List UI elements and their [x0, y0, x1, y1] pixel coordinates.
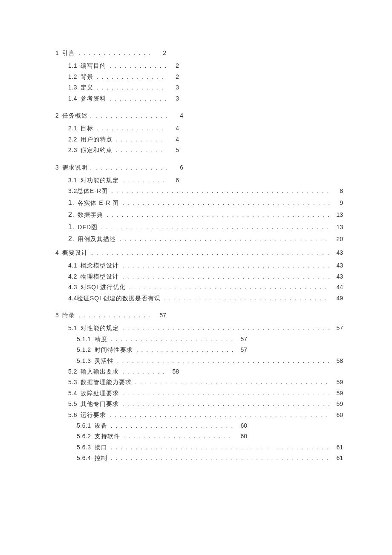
- toc-entry-page: 57: [238, 334, 247, 344]
- toc-row[interactable]: 2.2用户的特点4: [68, 135, 179, 144]
- toc-row[interactable]: 5.6.3接口61: [77, 443, 343, 452]
- toc-entry-page: 2: [170, 72, 179, 81]
- toc-entry-title: 编写目的: [81, 61, 106, 70]
- toc-entry: 5.6.1设备60: [55, 421, 343, 430]
- toc-entry-page: 49: [334, 293, 343, 303]
- toc-row[interactable]: 1.DFD图13: [68, 221, 343, 233]
- toc-entry: 5.3数据管理能力要求59: [55, 377, 343, 387]
- toc-leader-dots: [117, 356, 330, 365]
- toc-row[interactable]: 5.5其他专门要求59: [68, 399, 343, 408]
- toc-row[interactable]: 2任务概述 .4: [55, 111, 183, 120]
- toc-row[interactable]: 4.3对SQL进行优化44: [68, 282, 343, 292]
- toc-entry: 2.2用户的特点4: [55, 135, 343, 144]
- toc-entry: 1引言2: [55, 48, 343, 58]
- toc-row[interactable]: 5.1.3灵活性58: [77, 356, 343, 365]
- toc-leader-dots: [136, 345, 234, 354]
- toc-entry: 5.1.3灵活性58: [55, 356, 343, 365]
- toc-entry-number: 5.6.3: [77, 443, 91, 452]
- toc-row[interactable]: 4.2物理模型设计43: [68, 272, 343, 281]
- toc-entry-number: 2: [55, 111, 59, 120]
- toc-row[interactable]: 3需求说明 .6: [55, 163, 183, 172]
- toc-leader-dots: [122, 272, 330, 281]
- toc-entry-number: 2.3: [68, 145, 77, 155]
- toc-entry-number: 4.4: [68, 293, 77, 303]
- toc-row[interactable]: 5.1.2时间特性要求57: [77, 345, 247, 354]
- toc-entry-number: 2.: [68, 233, 74, 244]
- toc-entry: 3需求说明 .6: [55, 163, 343, 172]
- toc-row[interactable]: 1.3定义3: [68, 83, 179, 92]
- toc-entry-number: 1: [55, 48, 59, 58]
- toc-row[interactable]: 1.各实体 E-R 图9: [68, 197, 343, 208]
- toc-row[interactable]: 5.6.4控制61: [77, 453, 343, 463]
- toc-row[interactable]: 1.4参考资料3: [68, 94, 179, 103]
- toc-row[interactable]: 4.1概念模型设计43: [68, 261, 343, 270]
- toc-row[interactable]: 1引言2: [55, 48, 166, 58]
- toc-row[interactable]: 4.4验证SQL创建的数据是否有误49: [68, 293, 343, 303]
- toc-row[interactable]: 4概要设计43: [55, 248, 343, 257]
- toc-entry-number: 3.2: [68, 186, 77, 196]
- toc-row[interactable]: 5附录57: [55, 311, 166, 320]
- toc-entry: 5.6.3接口61: [55, 443, 343, 452]
- toc-entry-number: 1.1: [68, 61, 77, 70]
- toc-row[interactable]: 5.1对性能的规定57: [68, 323, 343, 333]
- toc-entry-page: 43: [334, 272, 343, 281]
- toc-entry: 5附录57: [55, 311, 343, 320]
- toc-row[interactable]: 3.1对功能的规定6: [68, 175, 179, 185]
- toc-entry-number: 5.1.1: [77, 334, 91, 344]
- toc-entry-title: 用户的特点: [81, 135, 112, 144]
- toc-leader-dots: [97, 124, 166, 133]
- toc-row[interactable]: 2.用例及其描述20: [68, 233, 343, 244]
- toc-entry: 5.6.4控制61: [55, 453, 343, 463]
- toc-entry-title: 物理模型设计: [81, 272, 119, 281]
- toc-entry-page: 44: [334, 282, 343, 292]
- toc-entry: 1.各实体 E-R 图9: [55, 197, 343, 208]
- toc-entry: 1.4参考资料3: [55, 94, 343, 103]
- toc-leader-dots: [122, 323, 330, 333]
- toc-leader-dots: [122, 261, 330, 270]
- toc-entry-number: 1.: [68, 221, 74, 233]
- toc-row[interactable]: 5.6.1设备60: [77, 421, 247, 430]
- toc-row[interactable]: 5.3数据管理能力要求59: [68, 377, 343, 387]
- toc-leader-dots: [135, 377, 330, 387]
- toc-entry-number: 5.6.1: [77, 421, 91, 430]
- toc-entry-number: 5.3: [68, 377, 77, 387]
- toc-entry: 2.数据字典13: [55, 209, 343, 220]
- toc-row[interactable]: 5.6.2支持软件60: [77, 431, 247, 441]
- toc-entry: 5.2输入输出要求58: [55, 367, 343, 376]
- toc-entry-title: 验证SQL创建的数据是否有误: [77, 293, 161, 303]
- toc-entry-page: 57: [334, 323, 343, 333]
- toc-entry-page: 60: [334, 410, 343, 420]
- toc-leader-dots: [116, 135, 166, 144]
- toc-leader-dots: [119, 234, 330, 244]
- toc-row[interactable]: 3.2总体E-R图8: [68, 186, 343, 196]
- toc-leader-dots: [110, 61, 166, 70]
- toc-entry-number: 2.1: [68, 124, 77, 133]
- toc-entry-title: 目标: [81, 124, 93, 133]
- toc-row[interactable]: 2.3假定和约束5: [68, 145, 179, 155]
- toc-entry-page: 13: [334, 210, 343, 219]
- toc-entry-title: DFD图: [78, 222, 98, 232]
- toc-row[interactable]: 5.6运行要求60: [68, 410, 343, 420]
- toc-entry: 3.2总体E-R图8: [55, 186, 343, 196]
- toc-row[interactable]: 5.1.1精度57: [77, 334, 247, 344]
- toc-row[interactable]: 1.2背景2: [68, 72, 179, 81]
- toc-leader-dots: [95, 111, 170, 120]
- toc-row[interactable]: 2.数据字典13: [68, 209, 343, 220]
- toc-row[interactable]: 1.1编写目的2: [68, 61, 179, 70]
- toc-row[interactable]: 5.2输入输出要求58: [68, 367, 179, 376]
- toc-entry: 2任务概述 .4: [55, 111, 343, 120]
- toc-entry-title: 数据管理能力要求: [81, 377, 132, 387]
- toc-entry-number: 1.4: [68, 94, 77, 103]
- toc-leader-dots: [110, 410, 330, 420]
- toc-entry-title: 故障处理要求: [81, 388, 119, 398]
- toc-leader-dots: [122, 388, 330, 398]
- toc-entry: 5.1.1精度57: [55, 334, 343, 344]
- toc-entry-number: 4.3: [68, 282, 77, 292]
- toc-entry-title: 灵活性: [95, 356, 114, 365]
- toc-leader-dots: [122, 367, 166, 376]
- toc-row[interactable]: 2.1目标4: [68, 124, 179, 133]
- toc-row[interactable]: 5.4故障处理要求59: [68, 388, 343, 398]
- toc-entry: 5.6.2支持软件60: [55, 431, 343, 441]
- toc-entry-title: 各实体 E-R 图: [78, 198, 119, 207]
- toc-entry-number: 2.: [68, 209, 74, 220]
